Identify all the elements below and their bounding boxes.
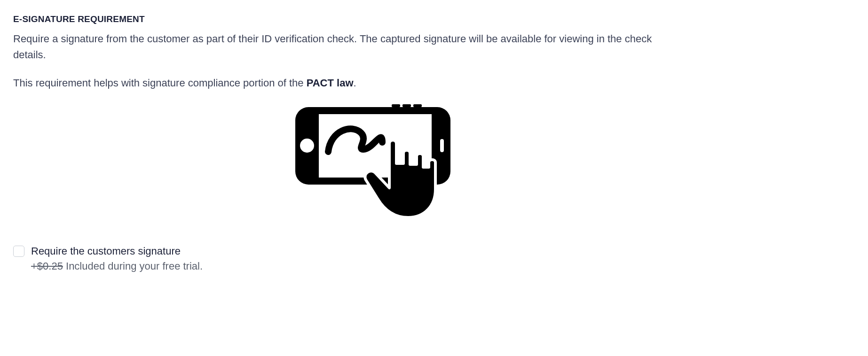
section-description: Require a signature from the customer as… xyxy=(13,31,671,63)
svg-rect-6 xyxy=(440,139,444,152)
compliance-note: This requirement helps with signature co… xyxy=(13,75,855,91)
section-title: E-SIGNATURE REQUIREMENT xyxy=(13,14,855,24)
require-signature-option[interactable]: Require the customers signature xyxy=(13,245,855,257)
price-trial-note: Included during your free trial. xyxy=(63,260,203,272)
require-signature-checkbox[interactable] xyxy=(13,246,24,257)
require-signature-label[interactable]: Require the customers signature xyxy=(31,245,181,257)
svg-rect-1 xyxy=(392,104,400,107)
compliance-suffix: . xyxy=(354,77,356,89)
price-struck: +$0.25 xyxy=(31,260,63,272)
svg-rect-3 xyxy=(413,104,422,107)
svg-point-5 xyxy=(300,139,314,153)
compliance-prefix: This requirement helps with signature co… xyxy=(13,77,307,89)
illustration-container xyxy=(13,102,855,222)
phone-signature-icon xyxy=(291,102,460,222)
price-note: +$0.25 Included during your free trial. xyxy=(13,260,855,272)
compliance-law-name: PACT law xyxy=(307,77,354,89)
svg-rect-2 xyxy=(402,104,411,107)
